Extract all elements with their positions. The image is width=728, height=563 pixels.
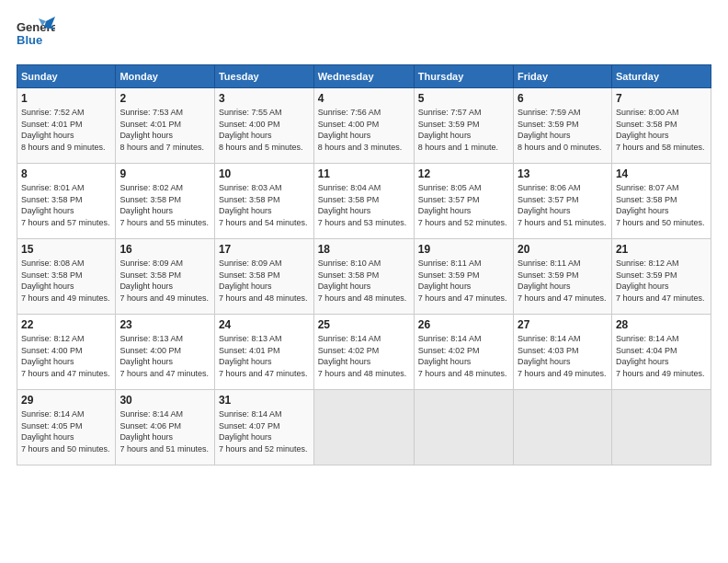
calendar-week-row: 1Sunrise: 7:52 AMSunset: 4:01 PMDaylight… — [17, 88, 711, 164]
day-detail: Sunrise: 8:14 AMSunset: 4:04 PMDaylight … — [616, 333, 707, 379]
day-number: 11 — [318, 167, 410, 180]
day-detail: Sunrise: 8:14 AMSunset: 4:07 PMDaylight … — [219, 408, 310, 454]
table-row: 27Sunrise: 8:14 AMSunset: 4:03 PMDayligh… — [514, 315, 612, 390]
calendar-header-row: Sunday Monday Tuesday Wednesday Thursday… — [17, 65, 711, 88]
day-detail: Sunrise: 7:56 AMSunset: 4:00 PMDaylight … — [318, 107, 410, 153]
day-number: 12 — [418, 167, 509, 180]
table-row: 6Sunrise: 7:59 AMSunset: 3:59 PMDaylight… — [514, 88, 612, 164]
day-number: 25 — [318, 318, 410, 331]
day-detail: Sunrise: 8:08 AMSunset: 3:58 PMDaylight … — [21, 258, 111, 304]
day-detail: Sunrise: 8:12 AMSunset: 3:59 PMDaylight … — [616, 258, 707, 304]
table-row: 19Sunrise: 8:11 AMSunset: 3:59 PMDayligh… — [414, 239, 513, 315]
day-number: 1 — [21, 92, 111, 105]
day-number: 2 — [119, 92, 210, 105]
day-number: 30 — [119, 394, 210, 407]
day-number: 27 — [518, 318, 608, 331]
day-number: 7 — [616, 92, 707, 105]
day-detail: Sunrise: 8:14 AMSunset: 4:02 PMDaylight … — [418, 333, 509, 379]
day-detail: Sunrise: 8:03 AMSunset: 3:58 PMDaylight … — [219, 182, 310, 228]
day-detail: Sunrise: 8:13 AMSunset: 4:01 PMDaylight … — [219, 333, 310, 379]
calendar-table: Sunday Monday Tuesday Wednesday Thursday… — [17, 64, 711, 465]
table-row: 1Sunrise: 7:52 AMSunset: 4:01 PMDaylight… — [17, 88, 116, 164]
day-number: 28 — [616, 318, 707, 331]
day-detail: Sunrise: 7:52 AMSunset: 4:01 PMDaylight … — [21, 107, 111, 153]
table-row: 5Sunrise: 7:57 AMSunset: 3:59 PMDaylight… — [414, 88, 513, 164]
day-number: 4 — [318, 92, 410, 105]
day-number: 23 — [119, 318, 210, 331]
table-row: 30Sunrise: 8:14 AMSunset: 4:06 PMDayligh… — [116, 390, 215, 465]
table-row — [611, 390, 711, 465]
day-detail: Sunrise: 8:11 AMSunset: 3:59 PMDaylight … — [518, 258, 608, 304]
day-number: 26 — [418, 318, 509, 331]
table-row: 23Sunrise: 8:13 AMSunset: 4:00 PMDayligh… — [116, 315, 215, 390]
table-row: 9Sunrise: 8:02 AMSunset: 3:58 PMDaylight… — [116, 164, 215, 239]
logo-icon: General Blue — [17, 17, 55, 52]
col-monday: Monday — [116, 65, 215, 88]
table-row: 22Sunrise: 8:12 AMSunset: 4:00 PMDayligh… — [17, 315, 116, 390]
day-detail: Sunrise: 7:59 AMSunset: 3:59 PMDaylight … — [518, 107, 608, 153]
page: General Blue Sunday Monday Tuesday Wedne… — [0, 0, 728, 563]
day-detail: Sunrise: 8:07 AMSunset: 3:58 PMDaylight … — [616, 182, 707, 228]
table-row: 13Sunrise: 8:06 AMSunset: 3:57 PMDayligh… — [514, 164, 612, 239]
table-row: 2Sunrise: 7:53 AMSunset: 4:01 PMDaylight… — [116, 88, 215, 164]
col-tuesday: Tuesday — [214, 65, 313, 88]
col-wednesday: Wednesday — [313, 65, 414, 88]
table-row: 25Sunrise: 8:14 AMSunset: 4:02 PMDayligh… — [313, 315, 414, 390]
table-row: 26Sunrise: 8:14 AMSunset: 4:02 PMDayligh… — [414, 315, 513, 390]
day-number: 22 — [21, 318, 111, 331]
col-saturday: Saturday — [611, 65, 711, 88]
table-row: 24Sunrise: 8:13 AMSunset: 4:01 PMDayligh… — [214, 315, 313, 390]
day-number: 3 — [219, 92, 310, 105]
table-row: 7Sunrise: 8:00 AMSunset: 3:58 PMDaylight… — [611, 88, 711, 164]
calendar-week-row: 29Sunrise: 8:14 AMSunset: 4:05 PMDayligh… — [17, 390, 711, 465]
day-number: 14 — [616, 167, 707, 180]
day-number: 6 — [518, 92, 608, 105]
table-row: 12Sunrise: 8:05 AMSunset: 3:57 PMDayligh… — [414, 164, 513, 239]
day-detail: Sunrise: 8:01 AMSunset: 3:58 PMDaylight … — [21, 182, 111, 228]
calendar-week-row: 8Sunrise: 8:01 AMSunset: 3:58 PMDaylight… — [17, 164, 711, 239]
day-number: 5 — [418, 92, 509, 105]
day-detail: Sunrise: 7:53 AMSunset: 4:01 PMDaylight … — [119, 107, 210, 153]
day-detail: Sunrise: 8:13 AMSunset: 4:00 PMDaylight … — [119, 333, 210, 379]
col-thursday: Thursday — [414, 65, 513, 88]
table-row: 4Sunrise: 7:56 AMSunset: 4:00 PMDaylight… — [313, 88, 414, 164]
day-detail: Sunrise: 8:00 AMSunset: 3:58 PMDaylight … — [616, 107, 707, 153]
table-row: 18Sunrise: 8:10 AMSunset: 3:58 PMDayligh… — [313, 239, 414, 315]
day-detail: Sunrise: 8:09 AMSunset: 3:58 PMDaylight … — [119, 258, 210, 304]
logo: General Blue — [17, 17, 55, 55]
table-row: 3Sunrise: 7:55 AMSunset: 4:00 PMDaylight… — [214, 88, 313, 164]
table-row: 17Sunrise: 8:09 AMSunset: 3:58 PMDayligh… — [214, 239, 313, 315]
header: General Blue — [17, 17, 711, 55]
day-number: 8 — [21, 167, 111, 180]
day-detail: Sunrise: 7:55 AMSunset: 4:00 PMDaylight … — [219, 107, 310, 153]
day-detail: Sunrise: 8:02 AMSunset: 3:58 PMDaylight … — [119, 182, 210, 228]
day-detail: Sunrise: 8:09 AMSunset: 3:58 PMDaylight … — [219, 258, 310, 304]
day-detail: Sunrise: 8:14 AMSunset: 4:05 PMDaylight … — [21, 408, 111, 454]
calendar-week-row: 22Sunrise: 8:12 AMSunset: 4:00 PMDayligh… — [17, 315, 711, 390]
day-detail: Sunrise: 8:11 AMSunset: 3:59 PMDaylight … — [418, 258, 509, 304]
day-detail: Sunrise: 8:10 AMSunset: 3:58 PMDaylight … — [318, 258, 410, 304]
day-detail: Sunrise: 8:05 AMSunset: 3:57 PMDaylight … — [418, 182, 509, 228]
day-detail: Sunrise: 8:14 AMSunset: 4:06 PMDaylight … — [119, 408, 210, 454]
table-row: 15Sunrise: 8:08 AMSunset: 3:58 PMDayligh… — [17, 239, 116, 315]
table-row — [414, 390, 513, 465]
day-detail: Sunrise: 8:12 AMSunset: 4:00 PMDaylight … — [21, 333, 111, 379]
table-row: 31Sunrise: 8:14 AMSunset: 4:07 PMDayligh… — [214, 390, 313, 465]
svg-text:Blue: Blue — [17, 33, 42, 47]
day-number: 20 — [518, 243, 608, 256]
table-row — [514, 390, 612, 465]
day-number: 18 — [318, 243, 410, 256]
day-number: 9 — [119, 167, 210, 180]
day-number: 17 — [219, 243, 310, 256]
table-row: 29Sunrise: 8:14 AMSunset: 4:05 PMDayligh… — [17, 390, 116, 465]
table-row: 14Sunrise: 8:07 AMSunset: 3:58 PMDayligh… — [611, 164, 711, 239]
day-detail: Sunrise: 8:04 AMSunset: 3:58 PMDaylight … — [318, 182, 410, 228]
day-detail: Sunrise: 8:06 AMSunset: 3:57 PMDaylight … — [518, 182, 608, 228]
table-row: 28Sunrise: 8:14 AMSunset: 4:04 PMDayligh… — [611, 315, 711, 390]
table-row — [313, 390, 414, 465]
day-number: 24 — [219, 318, 310, 331]
table-row: 11Sunrise: 8:04 AMSunset: 3:58 PMDayligh… — [313, 164, 414, 239]
table-row: 16Sunrise: 8:09 AMSunset: 3:58 PMDayligh… — [116, 239, 215, 315]
day-detail: Sunrise: 7:57 AMSunset: 3:59 PMDaylight … — [418, 107, 509, 153]
col-sunday: Sunday — [17, 65, 116, 88]
